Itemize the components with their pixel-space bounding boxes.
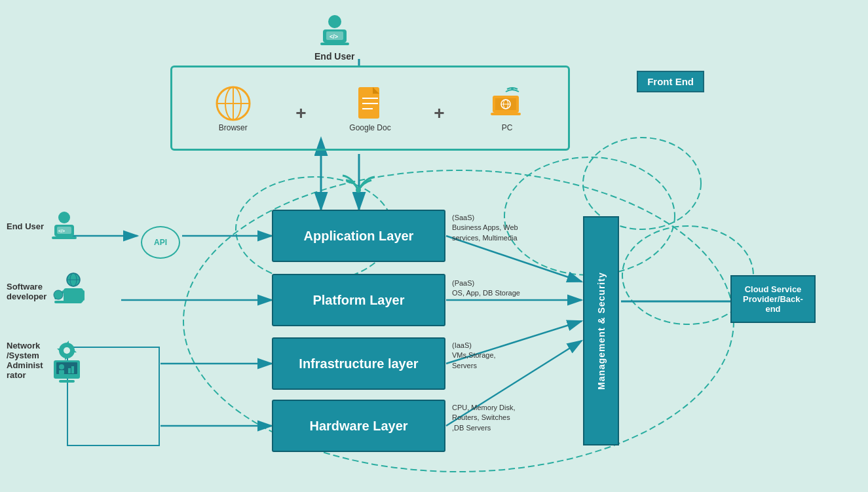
plus-2: + [434, 103, 444, 124]
infra-layer-desc: (IaaS) VMs,Storage, Servers [452, 341, 496, 371]
software-developer-icon [50, 272, 86, 311]
svg-text:</>: </> [330, 33, 338, 40]
management-label: Management & Security [596, 272, 607, 390]
infra-layer-label: Infrastructure layer [299, 356, 418, 371]
hardware-layer-box: Hardware Layer [272, 400, 445, 452]
svg-point-43 [356, 187, 361, 193]
frontend-box: Browser + Google Doc + [170, 66, 570, 151]
end-user-label: End User [314, 51, 354, 62]
pc-group: PC [487, 84, 527, 132]
end-user-left-label: End User [7, 221, 44, 231]
svg-rect-53 [64, 288, 83, 303]
svg-rect-26 [320, 43, 349, 45]
application-layer-label: Application Layer [304, 229, 414, 244]
googledoc-label: Google Doc [349, 123, 390, 132]
network-admin-label: Network [7, 341, 43, 350]
svg-text:</>: </> [58, 229, 65, 233]
frontend-label: Front End [637, 71, 704, 92]
network-admin-icon [47, 341, 86, 387]
left-end-user: End User </> [7, 210, 81, 242]
application-layer-box: Application Layer [272, 210, 445, 262]
svg-rect-67 [59, 380, 75, 383]
svg-rect-65 [68, 368, 71, 373]
svg-rect-42 [491, 113, 521, 115]
platform-layer-box: Platform Layer [272, 274, 445, 326]
svg-rect-58 [54, 301, 82, 303]
end-user-top: </> End User [314, 12, 354, 62]
svg-rect-48 [52, 237, 77, 239]
api-circle: API [141, 226, 180, 259]
browser-group: Browser [214, 84, 253, 132]
left-software-developer: Software developer [7, 272, 86, 311]
googledoc-group: Google Doc [349, 84, 390, 132]
svg-point-60 [64, 347, 70, 354]
application-layer-desc: (SaaS) Business Apps, Web services, Mult… [452, 213, 518, 243]
browser-label: Browser [219, 123, 248, 132]
svg-point-63 [59, 364, 64, 369]
left-network-admin: Network /System Administ rator [7, 341, 86, 387]
api-label: API [154, 238, 167, 247]
svg-point-44 [58, 212, 70, 223]
wifi-icon [341, 164, 377, 196]
plus-1: + [295, 103, 306, 124]
platform-layer-desc: (PaaS) OS, App, DB Storage [452, 278, 520, 299]
platform-layer-label: Platform Layer [312, 293, 404, 308]
pc-label: PC [502, 123, 513, 132]
svg-rect-64 [59, 370, 64, 374]
hardware-layer-desc: CPU, Memory Disk, Routers, Switches ,DB … [452, 403, 516, 433]
csp-box: Cloud Service Provider/Back- end [730, 275, 816, 323]
management-security-box: Management & Security [583, 216, 619, 445]
svg-point-36 [511, 87, 514, 90]
software-developer-label: Software [7, 282, 47, 292]
end-user-left-icon: </> [48, 210, 81, 242]
svg-rect-66 [71, 366, 74, 373]
svg-point-22 [328, 15, 341, 28]
csp-label: Cloud Service Provider/Back- end [743, 284, 803, 314]
hardware-layer-label: Hardware Layer [309, 419, 407, 434]
diagram-container: { "title": "Cloud Architecture Diagram",… [0, 0, 868, 492]
svg-point-4 [583, 138, 701, 229]
infra-layer-box: Infrastructure layer [272, 337, 445, 390]
